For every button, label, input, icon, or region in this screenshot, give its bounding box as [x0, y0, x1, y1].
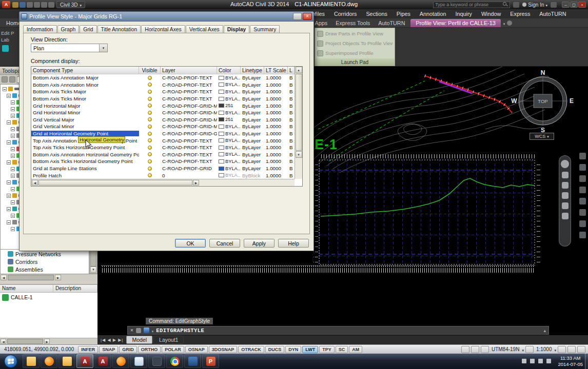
tray-icon[interactable]: [522, 359, 526, 363]
component-row[interactable]: Top Axis Annotation Horizontal Geometry …: [31, 137, 295, 144]
lock-icon[interactable]: [567, 346, 576, 353]
toggle-otrack[interactable]: OTRACK: [238, 346, 264, 353]
visible-bulb-icon[interactable]: [148, 104, 152, 108]
tab-title-annotation[interactable]: Title Annotation: [97, 25, 141, 33]
color-swatch[interactable]: [219, 111, 224, 115]
exchange-apps-icon[interactable]: [513, 2, 519, 8]
toggle-snap[interactable]: SNAP: [99, 346, 118, 353]
chevron-down-icon[interactable]: [503, 20, 505, 26]
navbar-icon[interactable]: [562, 172, 569, 178]
toolbar-icon[interactable]: [9, 76, 15, 83]
color-swatch[interactable]: [219, 83, 224, 87]
qat-icon[interactable]: [12, 2, 18, 8]
visible-bulb-icon[interactable]: [148, 90, 152, 94]
restore-button[interactable]: [570, 2, 578, 8]
taskbar-powerpoint[interactable]: P: [202, 354, 219, 368]
toggle-3dosnap[interactable]: 3DOSNAP: [209, 346, 238, 353]
tab-model[interactable]: Model: [126, 336, 152, 344]
chevron-down-icon[interactable]: [522, 346, 524, 353]
side-toolbar-icon[interactable]: [579, 153, 586, 159]
color-swatch[interactable]: [219, 152, 224, 156]
tab-information[interactable]: Information: [23, 25, 57, 33]
visible-bulb-icon[interactable]: [148, 125, 152, 129]
menu-item[interactable]: AutoTURN: [535, 11, 571, 17]
tray-icon[interactable]: [538, 359, 543, 363]
component-row[interactable]: Profile Hatch0BYLA...ByBlock1.0000B: [31, 172, 295, 179]
layout-nav-arrows[interactable]: [101, 338, 123, 342]
visible-bulb-icon[interactable]: [148, 159, 152, 163]
command-input[interactable]: EDITGRAPHSTYLE: [156, 327, 204, 334]
visible-bulb-icon[interactable]: [148, 138, 152, 142]
column-header[interactable]: L: [288, 67, 295, 74]
taskbar-remote-desktop[interactable]: [184, 354, 201, 368]
command-bar[interactable]: EDITGRAPHSTYLE: [127, 326, 549, 335]
taskbar-autocad-civil3d[interactable]: A: [76, 354, 93, 368]
dialog-titlebar[interactable]: Profile View Style - Major Grids RG-1: [19, 12, 313, 22]
color-swatch[interactable]: [219, 132, 224, 136]
color-swatch[interactable]: [219, 167, 224, 171]
ribbon-button[interactable]: Draw Parts in Profile View: [317, 29, 393, 38]
toggle-sc[interactable]: SC: [336, 346, 348, 353]
scroll-left-icon[interactable]: [1, 275, 7, 280]
wcs-indicator[interactable]: WCS: [530, 133, 554, 140]
minimize-button[interactable]: [562, 2, 570, 8]
scroll-down-icon[interactable]: [90, 266, 96, 273]
ribbon-options-icon[interactable]: [507, 20, 512, 26]
apply-button[interactable]: Apply: [244, 239, 275, 248]
color-swatch[interactable]: [219, 159, 224, 163]
menu-item[interactable]: Sections: [361, 11, 391, 17]
navbar-icon[interactable]: [561, 160, 569, 168]
color-swatch[interactable]: [219, 138, 224, 142]
toggle-ducs[interactable]: DUCS: [265, 346, 285, 353]
component-row[interactable]: Bottom Axis Annotation Horizontal Geomet…: [31, 151, 295, 158]
toolspace-item[interactable]: Corridors: [1, 258, 89, 265]
cleanscreen-icon[interactable]: [577, 346, 585, 353]
component-row[interactable]: Grid Vertical MajorC-ROAD-PROF-GRID-MAJR…: [31, 116, 295, 124]
scroll-right-icon[interactable]: [44, 339, 50, 344]
visible-bulb-icon[interactable]: [148, 97, 152, 101]
side-toolbar-icon[interactable]: [579, 164, 586, 171]
app-menu-button[interactable]: A: [2, 1, 10, 8]
model-space-icon[interactable]: [461, 346, 469, 353]
component-row[interactable]: Grid Horizontal MinorC-ROAD-PROF-GRID-MI…: [31, 109, 295, 116]
toolspace-hscrollbar[interactable]: [0, 274, 97, 281]
visible-bulb-icon[interactable]: [148, 152, 152, 156]
scroll-down-icon[interactable]: [296, 151, 302, 158]
color-swatch[interactable]: [219, 97, 224, 101]
component-row[interactable]: Bottom Axis Ticks Horizontal Geometry Po…: [31, 158, 295, 165]
side-toolbar-icon[interactable]: [579, 220, 586, 227]
scroll-right-icon[interactable]: [193, 180, 199, 186]
visible-bulb-icon[interactable]: [148, 146, 152, 150]
taskbar-firefox[interactable]: [41, 354, 57, 368]
tab-grid[interactable]: Grid: [80, 25, 96, 33]
quick-view-icon[interactable]: [471, 346, 479, 353]
visible-bulb-icon[interactable]: [148, 111, 152, 115]
column-header[interactable]: Name: [0, 285, 53, 292]
toggle-tpy[interactable]: TPY: [319, 346, 335, 353]
component-row[interactable]: Grid Horizontal MajorC-ROAD-PROF-GRID-MA…: [31, 102, 295, 109]
component-row[interactable]: Bottom Axis Ticks MinorC-ROAD-PROF-TEXTB…: [31, 95, 295, 102]
color-swatch[interactable]: [219, 146, 224, 150]
visible-bulb-icon[interactable]: [148, 76, 152, 80]
component-row[interactable]: Bottom Axis Annotation MinorC-ROAD-PROF-…: [31, 81, 295, 89]
taskbar-chrome[interactable]: [166, 354, 183, 368]
cancel-button[interactable]: Cancel: [209, 239, 240, 248]
dialog-help-button[interactable]: [293, 13, 302, 20]
chevron-down-icon[interactable]: [99, 44, 107, 52]
toolspace-item[interactable]: Pressure Networks: [1, 250, 89, 258]
sign-in-button[interactable]: Sign In: [522, 2, 547, 8]
item-view-scrollbar[interactable]: [0, 338, 97, 344]
toggle-grid[interactable]: GRID: [119, 346, 137, 353]
tab-vertical-axes[interactable]: Vertical Axes: [186, 25, 223, 33]
toolspace-item[interactable]: Assemblies: [1, 265, 89, 273]
tab-horizontal-axes[interactable]: Horizontal Axes: [141, 25, 185, 33]
clock[interactable]: 11:33 AM 2014-07-05: [558, 355, 583, 367]
side-toolbar-icon[interactable]: [579, 209, 586, 216]
annotation-icon[interactable]: [525, 346, 534, 353]
scrollbar-thumb[interactable]: [38, 180, 192, 186]
ribbon-button[interactable]: Project Objects To Profile View: [317, 39, 393, 48]
expand-history-icon[interactable]: [543, 328, 546, 333]
navbar-icon[interactable]: [562, 213, 569, 219]
scroll-left-icon[interactable]: [1, 339, 6, 344]
menu-item[interactable]: Express: [505, 11, 535, 17]
